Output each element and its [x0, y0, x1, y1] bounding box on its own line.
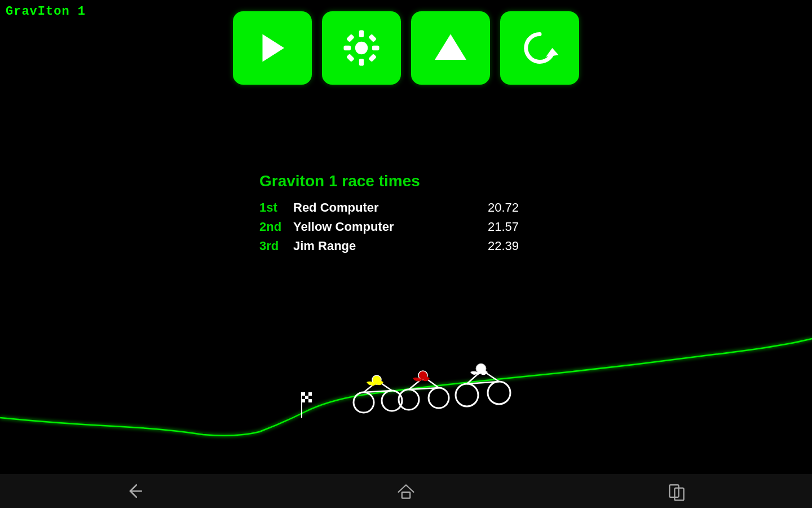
yellow-rider [354, 375, 402, 413]
recents-button[interactable] [644, 475, 709, 507]
race-position-3: 3rd [259, 239, 293, 253]
replay-button[interactable] [500, 11, 579, 85]
track-svg [0, 282, 812, 474]
race-result-row: 3rd Jim Range 22.39 [259, 239, 519, 253]
svg-marker-10 [435, 34, 466, 60]
home-button[interactable] [373, 475, 439, 507]
svg-rect-18 [308, 396, 312, 399]
race-name-2: Yellow Computer [293, 220, 474, 234]
play-icon [253, 28, 292, 68]
toolbar [233, 11, 579, 85]
svg-rect-7 [368, 34, 377, 42]
white-rider [456, 364, 510, 406]
svg-rect-44 [402, 492, 410, 498]
race-name-1: Red Computer [293, 200, 474, 215]
app-title: GravIton 1 [6, 5, 86, 19]
back-icon [125, 481, 145, 501]
triangle-icon [431, 28, 470, 68]
svg-rect-21 [308, 399, 312, 402]
settings-button[interactable] [322, 11, 401, 85]
svg-marker-11 [546, 48, 558, 56]
svg-rect-5 [372, 46, 379, 50]
svg-rect-19 [302, 399, 305, 402]
race-time-3: 22.39 [474, 239, 519, 253]
svg-rect-14 [305, 392, 308, 396]
race-time-2: 21.57 [474, 220, 519, 234]
svg-rect-15 [308, 392, 312, 396]
race-results: Graviton 1 race times 1st Red Computer 2… [259, 172, 519, 258]
svg-point-30 [429, 388, 449, 408]
svg-rect-13 [302, 392, 305, 396]
race-position-2: 2nd [259, 220, 293, 234]
svg-point-1 [355, 42, 368, 54]
race-result-row: 2nd Yellow Computer 21.57 [259, 220, 519, 234]
play-button[interactable] [233, 11, 312, 85]
race-title: Graviton 1 race times [259, 172, 519, 190]
race-result-row: 1st Red Computer 20.72 [259, 200, 519, 215]
svg-rect-6 [346, 34, 355, 42]
svg-rect-20 [305, 399, 308, 402]
svg-rect-17 [305, 396, 308, 399]
svg-rect-8 [346, 54, 355, 62]
recents-icon [667, 481, 687, 501]
svg-point-36 [456, 384, 478, 406]
svg-rect-9 [368, 54, 377, 62]
race-position-1: 1st [259, 200, 293, 215]
checkered-flag [302, 392, 312, 418]
svg-rect-4 [344, 46, 351, 50]
replay-icon [520, 28, 559, 68]
back-button[interactable] [103, 475, 168, 507]
svg-rect-16 [302, 396, 305, 399]
race-name-3: Jim Range [293, 239, 474, 253]
red-rider [399, 371, 449, 410]
svg-marker-0 [263, 34, 285, 62]
svg-rect-3 [359, 59, 364, 66]
svg-rect-2 [359, 30, 364, 38]
gear-icon [342, 28, 381, 68]
bottom-nav [0, 474, 812, 508]
home-icon [396, 481, 416, 501]
track-area [0, 282, 812, 474]
track-button[interactable] [411, 11, 490, 85]
race-time-1: 20.72 [474, 200, 519, 215]
svg-point-37 [488, 382, 510, 404]
